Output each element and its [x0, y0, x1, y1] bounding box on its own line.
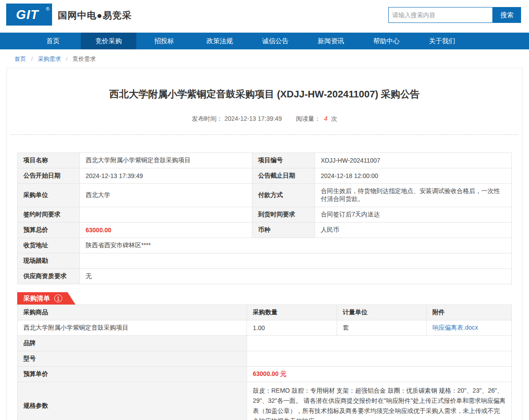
table-row: 型号 — [18, 351, 512, 367]
breadcrumb-current: 竞价需求 — [73, 56, 96, 62]
info-label: 收货地址 — [18, 238, 80, 253]
info-value: 无 — [80, 269, 512, 284]
page-title: 西北大学附属小学紫铜定音鼓采购项目 (XDJJ-HW-202411007) 采购… — [7, 68, 522, 101]
search-input[interactable] — [388, 7, 493, 23]
search-box: 搜索 — [388, 7, 521, 23]
column-header-attachment: 附件 — [427, 305, 512, 320]
site-header: GIT ® 国网中电●易竞采 搜索 — [0, 0, 529, 33]
measure-unit: 套 — [337, 320, 427, 336]
info-value — [80, 207, 252, 223]
logo[interactable]: GIT ® — [6, 4, 52, 26]
info-label: 到货时间要求 — [252, 207, 315, 223]
breadcrumb: 首页 / 采购需求 / 竞价需求 — [0, 49, 529, 68]
info-value: 西北大学 — [80, 184, 252, 207]
purchase-list-table: 采购商品 采购数量 计量单位 附件 西北大学附属小学紫铜定音鼓采购项目 1.00… — [17, 305, 512, 420]
detail-label: 规格参数 — [18, 382, 247, 420]
breadcrumb-purchase-demand[interactable]: 采购需求 — [38, 56, 61, 62]
brand-title: 国网中电●易竞采 — [58, 9, 132, 22]
main-nav: 首页 竞价采购 招投标 政策法规 诚信公告 新闻资讯 帮助中心 关于我们 — [0, 33, 529, 49]
info-value: 合同签订后7天内送达 — [315, 207, 512, 223]
purchase-list-ribbon: 采购清单 1 — [17, 292, 75, 305]
info-value: 陕西省西安市碑林区**** — [80, 238, 512, 253]
info-label: 采购单位 — [18, 184, 80, 207]
dashed-divider — [11, 134, 518, 135]
info-label: 项目名称 — [18, 153, 80, 168]
publish-time-label: 发布时间： — [192, 115, 223, 122]
search-button[interactable]: 搜索 — [493, 7, 521, 23]
info-label: 供应商资质要求 — [18, 269, 80, 284]
table-row: 收货地址 陕西省西安市碑林区**** — [18, 238, 512, 253]
info-value — [80, 253, 512, 269]
table-row: 公告开始日期 2024-12-13 17:39:49 公告截止日期 2024-1… — [18, 168, 512, 184]
info-value: 合同生效后，待货物到达指定地点、安装调试验收合格后，一次性付清合同货款。 — [315, 184, 512, 207]
table-row: 供应商资质要求 无 — [18, 269, 512, 284]
purchase-list-section: 采购清单 1 — [17, 292, 512, 305]
info-label: 公告截止日期 — [252, 168, 315, 184]
project-info-table: 项目名称 西北大学附属小学紫铜定音鼓采购项目 项目编号 XDJJ-HW-2024… — [17, 152, 512, 284]
attachment-link[interactable]: 响应偏离表.docx — [432, 324, 478, 331]
purchase-list-count-badge: 1 — [54, 294, 62, 302]
budget-unit-price: 63000.00 元 — [247, 367, 512, 382]
info-label: 币种 — [252, 223, 315, 238]
detail-label: 品牌 — [18, 336, 247, 351]
column-header-product: 采购商品 — [18, 305, 247, 320]
info-value: 人民币 — [315, 223, 512, 238]
purchase-list-label: 采购清单 — [23, 294, 50, 303]
table-row: 签约时间要求 到货时间要求 合同签订后7天内送达 — [18, 207, 512, 223]
column-header-quantity: 采购数量 — [247, 305, 337, 320]
purchase-quantity: 1.00 — [247, 320, 337, 336]
info-label: 公告开始日期 — [18, 168, 80, 184]
info-label: 付款方式 — [252, 184, 315, 207]
detail-value — [247, 336, 512, 351]
breadcrumb-home[interactable]: 首页 — [15, 56, 26, 62]
nav-item-news[interactable]: 新闻资讯 — [303, 33, 359, 49]
budget-total-price: 63000.00 — [80, 223, 252, 238]
table-row: 采购单位 西北大学 付款方式 合同生效后，待货物到达指定地点、安装调试验收合格后… — [18, 184, 512, 207]
announcement-card: 西北大学附属小学紫铜定音鼓采购项目 (XDJJ-HW-202411007) 采购… — [7, 68, 522, 420]
detail-label: 型号 — [18, 351, 247, 367]
table-row: 规格参数 鼓皮：REMO 鼓腔：专用铜材 支架：超强铝合金 鼓圈：优质碳素钢 规… — [18, 382, 512, 420]
column-header-unit: 计量单位 — [337, 305, 427, 320]
info-label: 现场踏勘 — [18, 253, 80, 269]
logo-text: GIT — [16, 7, 42, 22]
views-unit: 次 — [331, 115, 337, 122]
views-count: 4 — [324, 115, 327, 122]
table-row: 现场踏勘 — [18, 253, 512, 269]
nav-item-policies[interactable]: 政策法规 — [192, 33, 248, 49]
breadcrumb-separator: / — [31, 56, 33, 62]
views-label: 阅读量： — [296, 115, 321, 122]
info-label: 预算总价 — [18, 223, 80, 238]
nav-item-help-center[interactable]: 帮助中心 — [359, 33, 414, 49]
info-label: 签约时间要求 — [18, 207, 80, 223]
nav-item-home[interactable]: 首页 — [25, 33, 81, 49]
nav-item-tendering[interactable]: 招投标 — [136, 33, 192, 49]
detail-value — [247, 351, 512, 367]
info-value: XDJJ-HW-202411007 — [315, 153, 512, 168]
registered-trademark-icon: ® — [46, 6, 49, 11]
info-value: 2024-12-13 17:39:49 — [80, 168, 252, 184]
publish-time-value: 2024-12-13 17:39:49 — [225, 115, 282, 122]
meta-line: 发布时间： 2024-12-13 17:39:49 阅读量： 4 次 — [7, 115, 522, 123]
table-row: 品牌 — [18, 336, 512, 351]
nav-item-integrity-notice[interactable]: 诚信公告 — [248, 33, 303, 49]
table-row: 西北大学附属小学紫铜定音鼓采购项目 1.00 套 响应偏离表.docx — [18, 320, 512, 336]
product-name: 西北大学附属小学紫铜定音鼓采购项目 — [18, 320, 247, 336]
table-row: 预算总价 63000.00 币种 人民币 — [18, 223, 512, 238]
breadcrumb-separator: / — [66, 56, 68, 62]
info-value: 2024-12-18 12:00:00 — [315, 168, 512, 184]
detail-label: 预算单价 — [18, 367, 247, 382]
nav-item-bidding-purchase[interactable]: 竞价采购 — [81, 33, 136, 49]
spec-parameters: 鼓皮：REMO 鼓腔：专用铜材 支架：超强铝合金 鼓圈：优质碳素钢 规格：20"… — [247, 382, 512, 420]
info-value: 西北大学附属小学紫铜定音鼓采购项目 — [80, 153, 252, 168]
table-row: 预算单价 63000.00 元 — [18, 367, 512, 382]
info-label: 项目编号 — [252, 153, 315, 168]
nav-item-about-us[interactable]: 关于我们 — [414, 33, 470, 49]
table-row: 项目名称 西北大学附属小学紫铜定音鼓采购项目 项目编号 XDJJ-HW-2024… — [18, 153, 512, 168]
table-header-row: 采购商品 采购数量 计量单位 附件 — [18, 305, 512, 320]
